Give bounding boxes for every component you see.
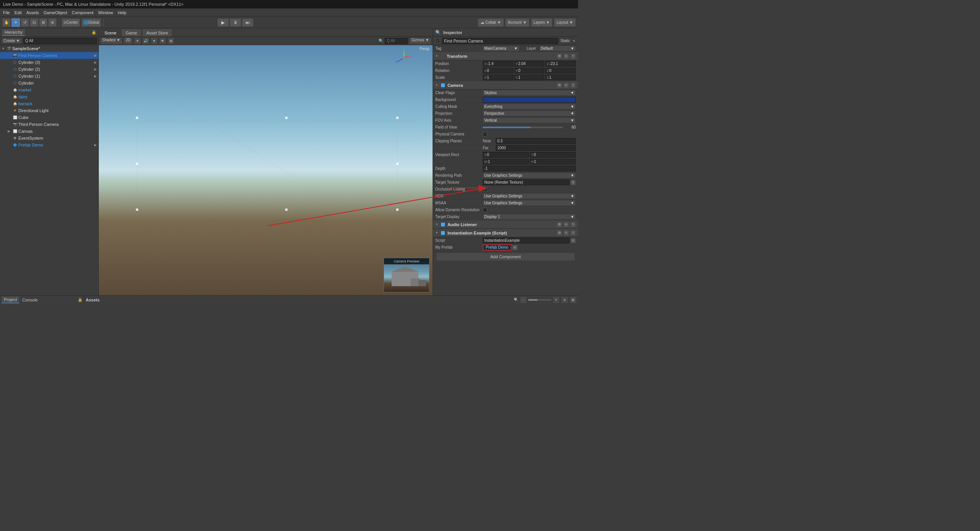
collab-btn[interactable]: ☁ Collab ▼	[478, 18, 504, 27]
add-component-btn[interactable]: Add Component	[436, 252, 575, 261]
occlusion-culling-checkbox[interactable]	[483, 187, 487, 192]
tab-game[interactable]: Game	[121, 29, 141, 36]
fov-slider-track[interactable]	[483, 127, 563, 128]
vp-w-field[interactable]: W 1	[483, 159, 529, 165]
audio-settings-btn[interactable]: ⚙	[557, 222, 562, 227]
camera-enable-check[interactable]	[441, 83, 445, 88]
vp-x-field[interactable]: X 0	[483, 152, 529, 158]
audio-more-btn[interactable]: ≡	[564, 222, 569, 227]
hier-item-directional-light[interactable]: ☀ Directional Light	[0, 107, 98, 114]
clear-flags-dropdown[interactable]: Skybox ▼	[483, 90, 576, 96]
scale-tool-btn[interactable]: ⊡	[30, 18, 38, 27]
scale-x-field[interactable]: X 1	[483, 75, 513, 80]
far-field[interactable]: 1000	[496, 145, 576, 151]
assets-list-view-btn[interactable]: ≡	[561, 296, 568, 303]
target-display-dropdown[interactable]: Display 1 ▼	[483, 214, 576, 220]
layout-btn[interactable]: Layout ▼	[554, 18, 576, 27]
hier-item-third-person-camera[interactable]: 📷 Third Person Camera	[0, 121, 98, 128]
hdr-dropdown[interactable]: Use Graphics Settings ▼	[483, 193, 576, 199]
step-btn[interactable]: ⏭	[242, 18, 253, 27]
console-tab[interactable]: Console	[20, 297, 40, 303]
transform-more-btn[interactable]: ≡	[564, 54, 569, 59]
rotate-tool-btn[interactable]: ↺	[21, 18, 29, 27]
rotation-z-field[interactable]: Z 0	[545, 68, 576, 73]
script-value-field[interactable]: InstantiationExample	[483, 238, 570, 243]
static-dropdown-arrow[interactable]: ▼	[572, 39, 576, 43]
menu-gameobject[interactable]: GameObject	[44, 10, 67, 15]
inst-more-btn[interactable]: ≡	[564, 230, 569, 236]
shading-mode-dropdown[interactable]: Shaded ▼	[100, 37, 122, 44]
hier-item-samplescene[interactable]: ▼ 🎬 SampleScene*	[0, 45, 98, 52]
target-texture-value[interactable]: None (Render Texture)	[483, 179, 570, 185]
project-tab[interactable]: Project	[2, 296, 19, 303]
gizmo-widget[interactable]: X Y Z	[394, 48, 413, 67]
instantiation-header[interactable]: ▼ Instantiation Example (Script) ⚙ ≡ ?	[433, 229, 578, 237]
hidden-toggle-btn[interactable]: 👁	[159, 37, 166, 44]
script-pick-btn[interactable]: ⊙	[570, 238, 576, 243]
physical-camera-checkbox[interactable]	[483, 132, 487, 137]
hier-item-cube[interactable]: ⬜ Cube	[0, 114, 98, 121]
hier-item-cylinder[interactable]: ⬡ Cylinder	[0, 80, 98, 86]
fx-toggle-btn[interactable]: ✦	[151, 37, 158, 44]
audio-listener-header[interactable]: ▼ Audio Listener ⚙ ≡ ?	[433, 220, 578, 229]
my-prefab-value-field[interactable]: Prefab Demo	[483, 244, 511, 251]
hierarchy-create-btn[interactable]: Create ▼	[2, 38, 22, 44]
grid-toggle-btn[interactable]: ⊞	[168, 37, 175, 44]
hierarchy-search-input[interactable]	[23, 38, 97, 44]
hier-item-barrack[interactable]: 🏠 barrack	[0, 100, 98, 107]
audio-lock-btn[interactable]: ?	[570, 222, 576, 227]
audio-enable-check[interactable]	[441, 222, 445, 227]
my-prefab-pick-btn[interactable]: ⊙	[512, 245, 518, 250]
move-tool-btn[interactable]: ✛	[11, 18, 20, 27]
position-z-field[interactable]: Z -23.1	[545, 61, 576, 67]
culling-mask-dropdown[interactable]: Everything ▼	[483, 104, 576, 109]
scale-y-field[interactable]: Y 1	[514, 75, 545, 80]
dimension-dropdown[interactable]: 2D	[124, 37, 132, 44]
camera-header[interactable]: ▼ Camera ⚙ ≡ ?	[433, 81, 578, 90]
transform-enable-check[interactable]	[441, 54, 444, 58]
fov-axis-dropdown[interactable]: Vertical ▼	[483, 117, 576, 123]
inst-enable-check[interactable]	[441, 231, 445, 235]
gizmos-dropdown[interactable]: Gizmos ▼	[409, 37, 431, 44]
project-lock-icon[interactable]: 🔒	[78, 298, 82, 302]
inst-settings-btn[interactable]: ⚙	[557, 230, 562, 236]
layer-dropdown[interactable]: Default ▼	[539, 46, 576, 51]
hier-item-first-person-camera[interactable]: 📷 First Person Camera ▶	[0, 52, 98, 59]
transform-tool-btn[interactable]: ⊛	[48, 18, 57, 27]
vp-y-field[interactable]: Y 0	[530, 152, 576, 158]
rect-tool-btn[interactable]: ⊞	[39, 18, 47, 27]
transform-settings-btn[interactable]: ⚙	[557, 54, 562, 59]
layers-btn[interactable]: Layers ▼	[531, 18, 553, 27]
msaa-dropdown[interactable]: Use Graphics Settings ▼	[483, 200, 576, 206]
scene-viewport[interactable]: Persp X Y Z	[99, 45, 433, 295]
projection-dropdown[interactable]: Perspective ▼	[483, 111, 576, 116]
menu-file[interactable]: File	[3, 10, 10, 15]
menu-help[interactable]: Help	[118, 10, 126, 15]
tab-asset-store[interactable]: Asset Store	[142, 29, 172, 36]
go-name-field[interactable]	[442, 38, 558, 44]
depth-field[interactable]: -1	[483, 166, 576, 171]
inst-lock-btn[interactable]: ?	[570, 230, 576, 236]
scale-z-field[interactable]: Z 1	[545, 75, 576, 80]
hierarchy-lock-icon[interactable]: 🔒	[91, 30, 96, 34]
scene-search-input[interactable]	[385, 38, 408, 44]
tag-dropdown[interactable]: MainCamera ▼	[483, 46, 519, 51]
hier-item-market[interactable]: 🏠 market	[0, 86, 98, 93]
light-toggle-btn[interactable]: ☀	[134, 37, 141, 44]
background-color-swatch[interactable]	[483, 97, 576, 103]
hier-item-eventsystem[interactable]: ⚙ EventSystem	[0, 135, 98, 142]
transform-lock-btn[interactable]: ?	[570, 54, 576, 59]
go-active-checkbox[interactable]	[435, 39, 440, 43]
hier-item-cylinder1[interactable]: ⬡ Cylinder (1) ▶	[0, 73, 98, 80]
menu-component[interactable]: Component	[72, 10, 93, 15]
assets-scale-minus[interactable]: -	[520, 296, 527, 303]
dynamic-res-checkbox[interactable]	[483, 208, 487, 212]
account-btn[interactable]: Account ▼	[505, 18, 529, 27]
assets-grid-view-btn[interactable]: ⊞	[570, 296, 577, 303]
camera-settings-btn[interactable]: ⚙	[557, 83, 562, 88]
camera-lock-btn[interactable]: ?	[570, 83, 576, 88]
hier-item-canvas[interactable]: ▶ ⬜ Canvas	[0, 128, 98, 135]
play-btn[interactable]: ▶	[217, 18, 229, 27]
assets-scale-slider[interactable]	[528, 299, 551, 301]
pause-btn[interactable]: ⏸	[230, 18, 241, 27]
